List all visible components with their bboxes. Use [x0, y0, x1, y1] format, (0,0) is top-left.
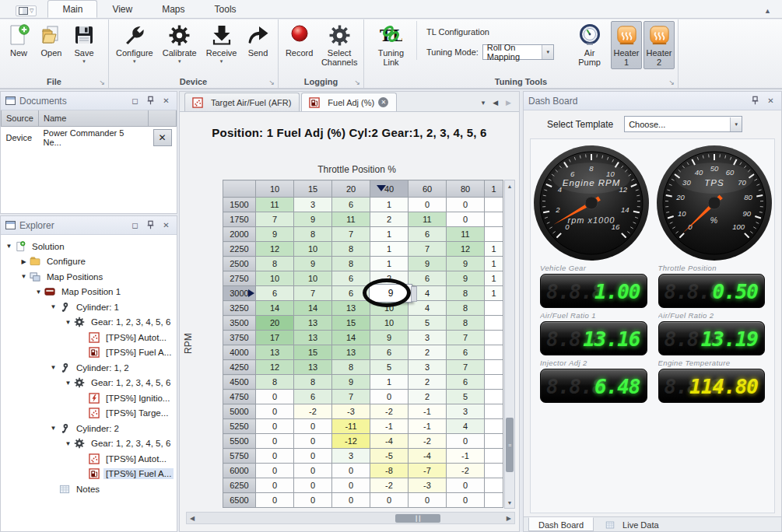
select-channels-button[interactable]: Select Channels [318, 21, 360, 69]
grid-cell-6250-60[interactable]: -3 [409, 478, 447, 493]
record-button[interactable]: Record [282, 21, 317, 60]
grid-cell-6250-10[interactable]: 0 [256, 478, 294, 493]
device-group-launcher-icon[interactable]: ↘ [268, 79, 275, 86]
air-pump-button[interactable]: Air Pump [570, 21, 609, 69]
grid-cell-2000-80[interactable]: 11 [447, 227, 485, 242]
grid-cell-2750-20[interactable]: 6 [332, 271, 370, 286]
grid-cell-6250-80[interactable]: 0 [447, 478, 485, 493]
grid-cell-5750-60[interactable]: -4 [409, 449, 447, 464]
grid-cell-6000-80[interactable]: -2 [447, 464, 485, 478]
grid-cell-1500-10[interactable]: 11 [256, 198, 294, 212]
tree-item-gear-1-2-3-4-5-6[interactable]: ▼Gear: 1, 2, 3, 4, 5, 6 [1, 376, 177, 391]
ribbon-tab-maps[interactable]: Maps [147, 0, 199, 18]
grid-cell-5750-40[interactable]: -5 [370, 449, 409, 464]
open-button[interactable]: Open [36, 21, 67, 60]
grid-cell-1500-1[interactable] [485, 198, 503, 212]
grid-cell-1750-20[interactable]: 11 [332, 212, 370, 227]
grid-cell-6500-1[interactable] [485, 493, 503, 508]
tree-item-tps-autot[interactable]: [TPS%] Autot... [1, 330, 177, 345]
grid-cell-4000-1[interactable] [485, 345, 503, 360]
grid-cell-5500-40[interactable]: -4 [370, 434, 409, 449]
tree-item-solution[interactable]: ▼Solution [1, 239, 177, 254]
grid-cell-5000-80[interactable]: 3 [447, 404, 485, 419]
grid-cell-2250-10[interactable]: 12 [256, 242, 294, 257]
quick-access-button[interactable]: ▽ [16, 5, 37, 16]
row-header-6000[interactable]: 6000 [223, 464, 256, 478]
file-group-launcher-icon[interactable]: ↘ [99, 79, 105, 86]
grid-cell-6250-1[interactable] [485, 478, 503, 493]
grid-cell-4250-60[interactable]: 3 [409, 360, 447, 375]
remove-document-button[interactable]: ✕ [153, 129, 172, 146]
grid-cell-2250-40[interactable]: 1 [370, 242, 409, 257]
grid-cell-3750-80[interactable]: 7 [447, 331, 485, 345]
collapse-node-icon[interactable]: ▼ [48, 364, 58, 371]
collapse-node-icon[interactable]: ▼ [63, 319, 73, 326]
scroll-left-icon[interactable]: ◀ [190, 515, 195, 522]
grid-cell-3250-10[interactable]: 14 [256, 301, 294, 316]
tree-item-cylinder-1[interactable]: ▼Cylinder: 1 [1, 299, 177, 315]
grid-cell-5000-10[interactable]: 0 [256, 404, 294, 419]
grid-cell-2750-10[interactable]: 10 [256, 271, 294, 286]
documents-column-source[interactable]: Source [2, 110, 39, 126]
row-header-3500[interactable]: 3500 [223, 316, 256, 331]
grid-cell-2000-10[interactable]: 9 [256, 227, 294, 242]
grid-cell-5750-15[interactable]: 0 [294, 449, 332, 464]
grid-cell-4250-10[interactable]: 12 [256, 360, 294, 375]
grid-cell-6500-15[interactable]: 0 [294, 493, 332, 508]
grid-cell-1750-60[interactable]: 11 [409, 212, 447, 227]
column-header-20[interactable]: 20 [332, 180, 370, 198]
grid-cell-5250-60[interactable]: -1 [409, 419, 447, 434]
grid-cell-6000-15[interactable]: 0 [294, 464, 332, 478]
row-header-5500[interactable]: 5500 [223, 434, 256, 449]
collapse-node-icon[interactable]: ▼ [48, 425, 58, 432]
grid-cell-4750-1[interactable] [485, 390, 503, 404]
column-header-10[interactable]: 10 [256, 180, 294, 198]
grid-cell-3500-10[interactable]: 20 [256, 316, 294, 331]
collapse-node-icon[interactable]: ▼ [63, 380, 73, 387]
pin-panel-icon[interactable] [145, 96, 156, 107]
row-header-3250[interactable]: 3250 [223, 301, 256, 316]
logging-group-launcher-icon[interactable]: ↘ [354, 79, 360, 86]
grid-cell-4000-10[interactable]: 13 [256, 345, 294, 360]
grid-cell-6000-20[interactable]: 0 [332, 464, 370, 478]
tab-live-data[interactable]: Live Data [594, 517, 668, 531]
grid-cell-4750-40[interactable]: 0 [370, 390, 409, 404]
grid-cell-6000-1[interactable] [485, 464, 503, 478]
grid-cell-3750-60[interactable]: 3 [409, 331, 447, 345]
vertical-scrollbar[interactable]: ▲ ▼ ≡ [504, 180, 515, 509]
row-header-4000[interactable]: 4000 [223, 345, 256, 360]
grid-cell-2000-40[interactable]: 1 [370, 227, 409, 242]
grid-cell-4500-20[interactable]: 9 [332, 375, 370, 390]
grid-cell-5000-60[interactable]: -1 [409, 404, 447, 419]
grid-cell-3000-80[interactable]: 8 [447, 286, 485, 301]
row-header-1500[interactable]: 1500 [223, 198, 256, 212]
grid-cell-2250-60[interactable]: 7 [409, 242, 447, 257]
scroll-tabs-right-icon[interactable]: ▶ [506, 99, 511, 107]
new-button[interactable]: New [3, 21, 34, 60]
grid-cell-4250-80[interactable]: 7 [447, 360, 485, 375]
tuning-link-button[interactable]: TL Tuning Link [367, 21, 415, 69]
save-dropdown-icon[interactable]: ▾ [82, 58, 86, 64]
tree-item-tps-ignitio[interactable]: [TPS%] Ignitio... [1, 390, 177, 406]
grid-cell-3250-80[interactable]: 8 [447, 301, 485, 316]
calibrate-button[interactable]: Calibrate ▾ [159, 21, 201, 66]
grid-cell-2750-80[interactable]: 9 [447, 271, 485, 286]
column-header-80[interactable]: 80 [447, 180, 485, 198]
grid-cell-4500-15[interactable]: 8 [294, 375, 332, 390]
collapse-node-icon[interactable]: ▼ [63, 440, 73, 447]
collapse-node-icon[interactable]: ▼ [19, 273, 29, 280]
row-header-5250[interactable]: 5250 [223, 419, 256, 434]
scroll-tabs-left-icon[interactable]: ◀ [493, 99, 498, 107]
grid-cell-4500-1[interactable] [485, 375, 503, 390]
grid-cell-5000-1[interactable] [485, 404, 503, 419]
grid-cell-1750-80[interactable]: 0 [447, 212, 485, 227]
grid-cell-2500-10[interactable]: 8 [256, 257, 294, 271]
pin-panel-icon[interactable] [145, 220, 156, 231]
grid-cell-4250-15[interactable]: 13 [294, 360, 332, 375]
grid-cell-4750-80[interactable]: 5 [447, 390, 485, 404]
row-header-2500[interactable]: 2500 [223, 257, 256, 271]
grid-cell-5500-80[interactable]: 0 [447, 434, 485, 449]
vertical-scrollbar-thumb[interactable]: ≡ [506, 418, 514, 472]
grid-cell-2000-20[interactable]: 7 [332, 227, 370, 242]
grid-cell-6250-15[interactable]: 0 [294, 478, 332, 493]
